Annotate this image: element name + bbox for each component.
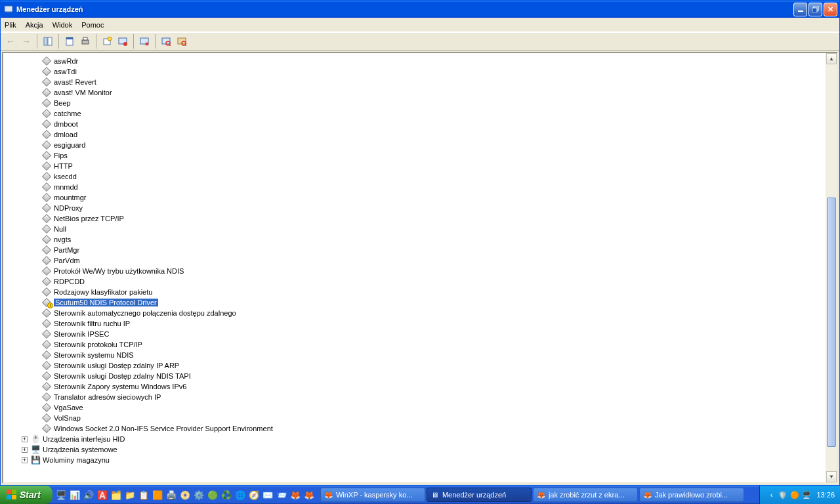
device-icon [41,287,52,297]
device-row[interactable]: Windows Socket 2.0 Non-IFS Service Provi… [3,423,826,434]
scroll-down-button[interactable]: ▼ [826,471,837,482]
device-row[interactable]: Rodzajowy klasyfikator pakietu [3,287,826,297]
taskbar-task[interactable]: 🖥Menedżer urządzeń [427,488,532,502]
device-row[interactable]: esgiguard [3,140,826,150]
device-row[interactable]: Sterownik IPSEC [3,329,826,339]
close-button[interactable]: ✕ [824,3,837,16]
device-row[interactable]: dmload [3,129,826,140]
device-row[interactable]: mnmdd [3,182,826,192]
disable-button[interactable] [116,34,130,49]
menu-plik[interactable]: Plik [5,21,16,29]
device-row[interactable]: NetBios przez TCP/IP [3,213,826,224]
device-icon [41,371,52,381]
device-row[interactable]: avast! Revert [3,77,826,87]
device-row[interactable]: nvgts [3,234,826,245]
device-row[interactable]: dmboot [3,119,826,129]
ql-icon[interactable]: 📀 [179,489,191,501]
ql-icon[interactable]: 📋 [138,489,150,501]
category-row[interactable]: +💾Woluminy magazynu [3,455,826,465]
restore-button[interactable] [808,3,822,16]
tray-icon[interactable]: 🖥️ [802,490,811,499]
menu-pomoc[interactable]: Pomoc [81,21,104,29]
print-button[interactable] [78,34,93,49]
tray-icon[interactable]: 🟠 [790,490,799,499]
device-row[interactable]: avast! VM Monitor [3,87,826,98]
update-driver-button[interactable] [100,34,114,49]
scan-hardware-alt-button[interactable] [175,34,189,49]
ql-icon[interactable]: ⚙️ [193,489,205,501]
show-hide-tree-button[interactable] [41,34,55,49]
device-row[interactable]: HTTP [3,161,826,171]
ql-icon[interactable]: 🦊 [303,489,315,501]
forward-button[interactable]: → [19,34,33,49]
minimize-button[interactable] [793,3,807,16]
scroll-up-button[interactable]: ▲ [826,53,837,64]
device-icon [41,382,52,391]
device-row[interactable]: VolSnap [3,413,826,423]
vertical-scrollbar[interactable]: ▲ ▼ [826,53,837,482]
device-row[interactable]: catchme [3,108,826,119]
device-row[interactable]: !Scutum50 NDIS Protocol Driver [3,297,826,308]
scan-hardware-button[interactable] [159,34,173,49]
device-row[interactable]: Sterownik usługi Dostęp zdalny IP ARP [3,360,826,371]
scroll-thumb[interactable] [827,198,836,447]
ql-icon[interactable]: ♻️ [220,489,232,501]
titlebar[interactable]: Menedżer urządzeń ✕ [1,1,839,18]
properties-button[interactable] [62,34,77,49]
device-row[interactable]: Fips [3,150,826,161]
ql-icon[interactable]: 🖥️ [55,489,67,501]
expand-icon[interactable]: + [22,447,28,453]
menu-widok[interactable]: Widok [52,21,73,29]
ql-icon[interactable]: 🦊 [289,489,301,501]
ql-icon[interactable]: 🟧 [152,489,163,501]
taskbar-task[interactable]: 🦊Jak prawidłowo zrobi... [639,488,744,502]
device-row[interactable]: Beep [3,98,826,108]
device-row[interactable]: Null [3,224,826,234]
device-row[interactable]: Sterownik protokołu TCP/IP [3,339,826,350]
device-row[interactable]: aswTdi [3,66,826,77]
ql-icon[interactable]: 🔊 [83,489,94,501]
ql-icon[interactable]: 🗂️ [110,489,122,501]
tray-icon[interactable]: 🛡️ [778,490,788,499]
back-button[interactable]: ← [3,34,18,49]
menu-akcja[interactable]: Akcja [26,21,43,29]
category-row[interactable]: +🖥️Urządzenia systemowe [3,444,826,455]
ql-icon[interactable]: 📁 [124,489,136,501]
uninstall-button[interactable] [137,34,152,49]
device-row[interactable]: Translator adresów sieciowych IP [3,392,826,402]
device-row[interactable]: PartMgr [3,245,826,255]
device-row[interactable]: ParVdm [3,255,826,266]
ql-icon[interactable]: 🟢 [207,489,219,501]
device-row[interactable]: mountmgr [3,192,826,203]
device-row[interactable]: NDProxy [3,203,826,213]
system-tray[interactable]: ‹ 🛡️ 🟠 🖥️ 13:26 [759,486,840,504]
device-row[interactable]: ksecdd [3,171,826,182]
ql-icon[interactable]: 🖨️ [165,489,177,501]
device-label: Translator adresów sieciowych IP [54,393,161,401]
taskbar-task[interactable]: 🦊WinXP - kaspersky ko... [320,488,425,502]
device-label: Rodzajowy klasyfikator pakietu [54,288,152,296]
device-row[interactable]: Sterownik automatycznego połączenia dost… [3,308,826,318]
clock[interactable]: 13:26 [814,491,835,499]
device-row[interactable]: Sterownik usługi Dostęp zdalny NDIS TAPI [3,371,826,381]
ql-icon[interactable]: 🧭 [248,489,260,501]
ql-icon[interactable]: 🌐 [234,489,246,501]
category-row[interactable]: +🖱️Urządzenia interfejsu HID [3,434,826,444]
ql-icon[interactable]: 📨 [276,489,287,501]
expand-icon[interactable]: + [22,457,28,463]
device-row[interactable]: aswRdr [3,56,826,66]
device-row[interactable]: Sterownik systemu NDIS [3,350,826,360]
device-row[interactable]: Protokół We/Wy trybu użytkownika NDIS [3,266,826,276]
device-row[interactable]: RDPCDD [3,276,826,287]
device-row[interactable]: Sterownik Zapory systemu Windows IPv6 [3,381,826,392]
device-row[interactable]: Sterownik filtru ruchu IP [3,318,826,329]
device-row[interactable]: VgaSave [3,402,826,413]
device-label: Sterownik filtru ruchu IP [54,320,130,327]
start-button[interactable]: Start [0,486,52,504]
ql-icon[interactable]: 📊 [69,489,81,501]
expand-icon[interactable]: + [22,436,28,442]
taskbar-task[interactable]: 🦊jak zrobić zrzut z ekra... [533,488,638,502]
ql-icon[interactable]: ✉️ [262,489,274,501]
tray-expand-icon[interactable]: ‹ [766,490,776,499]
ql-icon[interactable]: 🅰️ [96,489,108,501]
